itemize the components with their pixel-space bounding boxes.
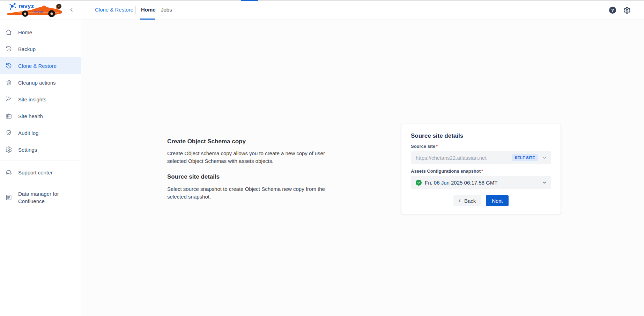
sidebar-collapse-button[interactable] xyxy=(68,6,75,14)
sidebar-item-label: Support center xyxy=(18,170,52,175)
next-button-label: Next xyxy=(492,198,503,204)
sidebar-item-backup[interactable]: Backup xyxy=(0,41,81,57)
backup-icon xyxy=(5,45,12,52)
document-icon xyxy=(5,194,12,201)
source-site-value: https://chetans22.atlassian.net xyxy=(416,155,487,161)
gear-icon xyxy=(623,7,631,14)
sidebar-nav: Home Backup Clone & Restore Cleanup acti… xyxy=(0,20,81,316)
sidebar-divider xyxy=(0,160,81,160)
question-icon: ? xyxy=(611,8,614,13)
shield-check-icon xyxy=(5,129,12,136)
sidebar-item-settings[interactable]: Settings xyxy=(0,141,81,158)
app-header: REVYZ 42 revyz Clone & Restore Home Jobs… xyxy=(0,0,644,20)
chevron-left-icon xyxy=(69,7,74,13)
headset-icon xyxy=(5,169,12,176)
sidebar-item-label: Cleanup actions xyxy=(18,80,56,86)
back-button-label: Back xyxy=(464,198,476,204)
sidebar-item-site-insights[interactable]: Site insights xyxy=(0,91,81,108)
gear-icon xyxy=(5,146,12,153)
sidebar-item-home[interactable]: Home xyxy=(0,24,81,41)
sidebar-item-data-manager-confluence[interactable]: Data manager for Confluence xyxy=(0,187,81,208)
source-site-details-card: Source site details Source site* https:/… xyxy=(401,124,561,214)
snapshot-select[interactable]: Fri, 06 Jun 2025 06:17:58 GMT xyxy=(411,176,551,189)
breadcrumb-clone-restore[interactable]: Clone & Restore xyxy=(95,0,133,20)
required-asterisk: * xyxy=(436,144,438,149)
car-label-text: REVYZ xyxy=(34,10,43,14)
sidebar-item-audit-log[interactable]: Audit log xyxy=(0,124,81,141)
header-divider xyxy=(135,6,136,14)
snapshot-label-text: Assets Configurations snapshot xyxy=(411,168,481,174)
molecule-icon xyxy=(9,2,17,11)
snapshot-label: Assets Configurations snapshot* xyxy=(411,168,551,174)
sidebar-item-label: Settings xyxy=(18,147,37,153)
sidebar-item-label: Backup xyxy=(18,46,36,52)
card-title: Source site details xyxy=(411,132,551,139)
intro-description: Create Object schema copy allows you to … xyxy=(167,150,328,165)
source-site-label: Source site* xyxy=(411,144,551,149)
history-icon xyxy=(5,62,12,69)
section-description: Select source snapshot to create Object … xyxy=(167,185,328,201)
sidebar-item-label: Data manager for Confluence xyxy=(18,190,71,205)
svg-text:42: 42 xyxy=(58,5,60,8)
insights-icon xyxy=(5,96,12,103)
source-site-label-text: Source site xyxy=(411,144,435,149)
top-progress-thumb[interactable] xyxy=(241,0,258,1)
sidebar-border xyxy=(81,0,81,316)
source-site-select[interactable]: https://chetans22.atlassian.net SELF SIT… xyxy=(411,151,551,164)
top-progress-track xyxy=(0,0,644,1)
sidebar-item-label: Clone & Restore xyxy=(18,63,57,69)
brand-name: revyz xyxy=(18,3,34,10)
chevron-down-icon xyxy=(542,155,547,160)
back-button[interactable]: Back xyxy=(453,195,481,206)
sidebar-item-support-center[interactable]: Support center xyxy=(0,164,81,181)
trash-icon xyxy=(5,79,12,86)
chevron-down-icon xyxy=(542,180,547,185)
tab-home-label: Home xyxy=(141,7,156,13)
self-site-badge: SELF SITE xyxy=(512,154,538,161)
sidebar-item-label: Site insights xyxy=(18,96,46,102)
home-icon xyxy=(5,29,12,36)
sidebar-item-site-health[interactable]: Site health xyxy=(0,108,81,124)
snapshot-value: Fri, 06 Jun 2025 06:17:58 GMT xyxy=(425,180,497,186)
sidebar-divider xyxy=(0,183,81,183)
required-asterisk: * xyxy=(481,168,483,174)
tab-jobs[interactable]: Jobs xyxy=(161,0,172,20)
sidebar-item-cleanup-actions[interactable]: Cleanup actions xyxy=(0,74,81,91)
settings-button[interactable] xyxy=(623,6,631,14)
sidebar-item-clone-restore[interactable]: Clone & Restore xyxy=(0,57,81,74)
active-tab-underline xyxy=(140,19,155,20)
section-heading: Source site details xyxy=(167,173,328,180)
sidebar-item-label: Home xyxy=(18,29,32,35)
chevron-left-icon xyxy=(458,199,462,203)
health-card-icon xyxy=(5,113,12,120)
tab-jobs-label: Jobs xyxy=(161,7,172,13)
main-content: Create Object Schema copy Create Object … xyxy=(81,20,644,316)
sidebar-item-label: Audit log xyxy=(18,130,38,136)
check-circle-icon xyxy=(416,180,422,186)
intro-heading: Create Object Schema copy xyxy=(167,138,328,145)
tab-home[interactable]: Home xyxy=(141,0,156,20)
next-button[interactable]: Next xyxy=(486,195,509,206)
help-button[interactable]: ? xyxy=(609,7,616,14)
sidebar-item-label: Site health xyxy=(18,113,43,119)
